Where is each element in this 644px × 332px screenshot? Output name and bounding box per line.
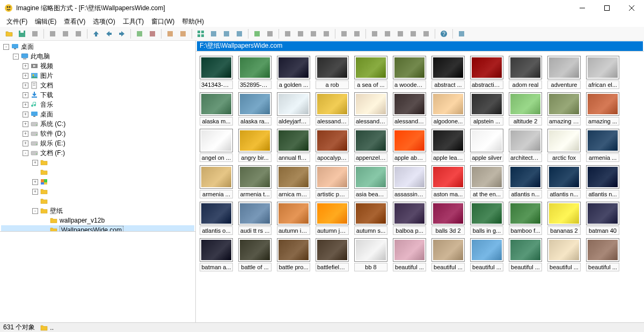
- thumbnail-item[interactable]: beautiful ...: [392, 238, 427, 271]
- tree-expander[interactable]: +: [23, 121, 28, 127]
- fav-icon[interactable]: [177, 28, 189, 40]
- thumbnail-item[interactable]: alessandr...: [392, 92, 427, 126]
- tree-item[interactable]: [1, 167, 194, 177]
- thumbnail-item[interactable]: artistic ph...: [315, 165, 349, 198]
- thumbnail-item[interactable]: battle of ...: [238, 238, 272, 271]
- thumbnail-item[interactable]: beautiful ...: [586, 238, 620, 271]
- thumbnail-item[interactable]: apocalyps...: [315, 129, 349, 162]
- paste-icon[interactable]: [72, 28, 84, 40]
- tree-item[interactable]: +音乐: [1, 100, 194, 109]
- detail-icon[interactable]: [221, 28, 232, 40]
- thumbnail-item[interactable]: amazing 10: [547, 92, 581, 126]
- folder-tree[interactable]: -桌面-此电脑+视频+图片+文档+下载+音乐+桌面+系统 (C:)+软件 (D:…: [0, 41, 195, 231]
- tool2-icon[interactable]: [351, 28, 363, 40]
- thumbnail-item[interactable]: 341343-106: [199, 56, 233, 89]
- home-icon[interactable]: [164, 28, 176, 40]
- maximize-button[interactable]: [595, 0, 619, 16]
- thumbnail-item[interactable]: batman 40: [586, 202, 620, 235]
- tree-item[interactable]: +: [1, 177, 194, 187]
- copy-icon[interactable]: [60, 28, 71, 40]
- up-icon[interactable]: [90, 28, 102, 40]
- tree-item[interactable]: +文档: [1, 80, 194, 90]
- play-icon[interactable]: [251, 28, 263, 40]
- thumbnail-item[interactable]: algodone...: [431, 92, 465, 126]
- slide-icon[interactable]: [233, 28, 245, 40]
- tree-expander[interactable]: +: [32, 189, 38, 195]
- menu-item[interactable]: 编辑(E): [32, 16, 60, 27]
- opt5-icon[interactable]: [420, 28, 432, 40]
- thumbnail-item[interactable]: abstractio...: [470, 56, 504, 89]
- thumbnail-item[interactable]: atlantis o...: [199, 202, 233, 235]
- help-icon[interactable]: ?: [438, 28, 450, 40]
- tree-expander[interactable]: +: [32, 160, 38, 166]
- menu-item[interactable]: 帮助(H): [179, 16, 207, 27]
- menu-item[interactable]: 窗口(W): [148, 16, 178, 27]
- tree-expander[interactable]: +: [23, 63, 28, 69]
- menu-item[interactable]: 文件(F): [3, 16, 31, 27]
- thumbnail-item[interactable]: adom real: [508, 56, 543, 89]
- thumbnail-item[interactable]: angel on ...: [199, 129, 233, 162]
- tree-item[interactable]: +系统 (C:): [1, 119, 194, 129]
- thumbnail-item[interactable]: altitude 2: [508, 92, 543, 126]
- thumbnail-item[interactable]: armenia ...: [586, 129, 620, 162]
- tree-expander[interactable]: -: [3, 44, 9, 50]
- thumbnail-item[interactable]: beautiful ...: [547, 238, 581, 271]
- thumbnail-item[interactable]: a wooden...: [392, 56, 427, 89]
- tree-item[interactable]: +娱乐 (E:): [1, 138, 194, 148]
- open-icon[interactable]: [3, 28, 15, 40]
- thumbnail-item[interactable]: beautiful ...: [431, 238, 465, 271]
- thumbnail-item[interactable]: at the en...: [470, 165, 504, 198]
- tree-item[interactable]: wallpaper_v12b: [1, 216, 194, 225]
- thumb-icon[interactable]: [195, 28, 207, 40]
- path-input[interactable]: [197, 41, 643, 51]
- thumbnail-item[interactable]: apple leat...: [431, 129, 465, 162]
- thumbnail-item[interactable]: armenia t...: [238, 165, 272, 198]
- tree-expander[interactable]: +: [23, 112, 28, 117]
- thumbnail-item[interactable]: asia beac...: [354, 165, 388, 198]
- tree-item[interactable]: [1, 196, 194, 206]
- view2-icon[interactable]: [295, 28, 306, 40]
- thumbnail-item[interactable]: arnica mo...: [276, 165, 311, 198]
- menu-item[interactable]: 工具(T): [120, 16, 147, 27]
- tree-item[interactable]: WallpapersWide.com: [1, 225, 194, 231]
- tree-item[interactable]: +图片: [1, 71, 194, 80]
- opt2-icon[interactable]: [382, 28, 393, 40]
- tree-item[interactable]: -文档 (F:): [1, 148, 194, 158]
- thumbnail-item[interactable]: alpstein ...: [470, 92, 504, 126]
- tree-item[interactable]: -此电脑: [1, 51, 194, 61]
- thumbnail-item[interactable]: a golden ...: [276, 56, 311, 89]
- opt4-icon[interactable]: [407, 28, 419, 40]
- view1-icon[interactable]: [282, 28, 294, 40]
- minimize-button[interactable]: [570, 0, 595, 16]
- tree-item[interactable]: +: [1, 187, 194, 196]
- thumbnail-item[interactable]: amazing ...: [586, 92, 620, 126]
- list-icon[interactable]: [208, 28, 219, 40]
- tree-expander[interactable]: +: [23, 141, 28, 146]
- thumbnail-item[interactable]: autumn s...: [354, 202, 388, 235]
- thumbnail-item[interactable]: alessandr...: [354, 92, 388, 126]
- opt1-icon[interactable]: [369, 28, 380, 40]
- thumbnail-item[interactable]: a rob: [315, 56, 349, 89]
- thumbnail-item[interactable]: assassins ...: [392, 165, 427, 198]
- thumbnail-item[interactable]: batman a...: [199, 238, 233, 271]
- back-icon[interactable]: [103, 28, 115, 40]
- thumbnail-grid[interactable]: 341343-106352895-106a golden ...a roba s…: [196, 51, 644, 322]
- thumbnail-item[interactable]: annual fle...: [276, 129, 311, 162]
- thumbnail-item[interactable]: bamboo f...: [508, 202, 543, 235]
- menu-item[interactable]: 选项(O): [90, 16, 118, 27]
- refresh-icon[interactable]: [134, 28, 145, 40]
- close-button[interactable]: [619, 0, 644, 16]
- thumbnail-item[interactable]: battlefield...: [315, 238, 349, 271]
- thumbnail-item[interactable]: adventure: [547, 56, 581, 89]
- tree-item[interactable]: -壁纸: [1, 206, 194, 216]
- tree-expander[interactable]: +: [23, 102, 28, 108]
- thumbnail-item[interactable]: apple abs...: [392, 129, 427, 162]
- tree-expander[interactable]: +: [23, 83, 28, 88]
- tree-item[interactable]: +桌面: [1, 109, 194, 119]
- tree-expander[interactable]: +: [32, 179, 38, 185]
- opt3-icon[interactable]: [394, 28, 406, 40]
- thumbnail-item[interactable]: armenia ...: [199, 165, 233, 198]
- tree-item[interactable]: +下载: [1, 90, 194, 100]
- thumbnail-item[interactable]: autumn in...: [276, 202, 311, 235]
- fwd-icon[interactable]: [116, 28, 128, 40]
